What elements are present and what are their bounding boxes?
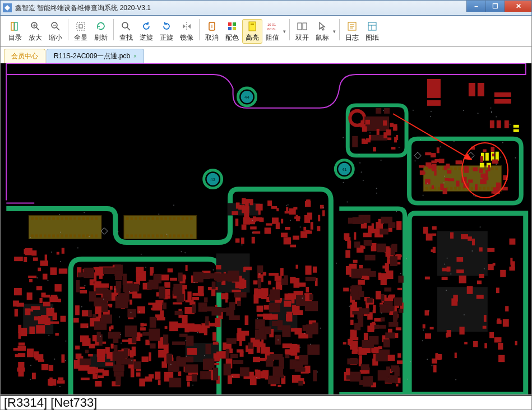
svg-rect-352	[186, 375, 192, 381]
svg-rect-593	[307, 231, 312, 234]
find-icon	[120, 20, 132, 32]
svg-rect-258	[186, 265, 188, 271]
svg-rect-290	[275, 276, 282, 281]
svg-rect-1076	[390, 256, 397, 266]
svg-point-1097	[450, 273, 451, 275]
svg-rect-861	[419, 165, 424, 168]
toolbar-label: 配色	[225, 33, 239, 43]
svg-rect-1000	[201, 306, 214, 311]
svg-rect-404	[297, 282, 306, 286]
svg-rect-555	[46, 308, 54, 317]
toolbar-mirror-button[interactable]: 镜像	[177, 19, 197, 44]
toolbar-refresh-button[interactable]: 刷新	[91, 19, 111, 44]
svg-rect-959	[234, 292, 247, 297]
toolbar-dual-button[interactable]: 双开	[292, 19, 312, 44]
toolbar-catalog-button[interactable]: 目录	[5, 19, 25, 44]
resistance-icon: 10 010C 0L	[266, 20, 279, 32]
svg-rect-985	[228, 271, 239, 282]
toolbar-highlight-button[interactable]: 高亮	[242, 19, 262, 44]
svg-point-1093	[290, 220, 291, 221]
toolbar-drawing-button[interactable]: 图纸	[362, 19, 382, 44]
toolbar-rot-ccw-button[interactable]: 逆旋	[136, 19, 156, 44]
svg-rect-800	[431, 249, 436, 252]
svg-rect-287	[198, 294, 203, 296]
svg-rect-815	[366, 120, 370, 124]
tab-member-center[interactable]: 会员中心	[4, 49, 45, 63]
svg-rect-208	[129, 300, 132, 305]
pcb-canvas[interactable]: 444341	[1, 63, 531, 394]
svg-rect-41	[39, 234, 42, 237]
close-icon[interactable]: ×	[133, 53, 137, 59]
svg-rect-602	[293, 236, 299, 240]
svg-rect-118	[459, 168, 461, 170]
svg-rect-563	[62, 248, 64, 253]
svg-point-1150	[391, 371, 392, 372]
toolbar-resistance-button[interactable]: 10 010C 0L 阻值	[262, 19, 287, 44]
toolbar-zoom-in-button[interactable]: 放大	[25, 19, 45, 44]
tab-file[interactable]: R11S-2AC009一点通.pcb×	[47, 49, 144, 63]
pcb-viewport[interactable]: 444341	[0, 63, 532, 395]
svg-rect-802	[509, 239, 515, 245]
svg-point-1148	[65, 360, 66, 361]
svg-point-1140	[139, 311, 140, 313]
svg-point-1166	[48, 280, 49, 281]
svg-point-1162	[422, 340, 423, 341]
svg-rect-600	[281, 232, 288, 237]
svg-rect-849	[447, 170, 451, 173]
svg-rect-1052	[361, 364, 369, 370]
svg-point-1116	[120, 334, 121, 335]
toolbar-zoom-out-button[interactable]: 缩小	[45, 19, 66, 44]
toolbar-cancel-button[interactable]: 取消	[202, 19, 222, 44]
svg-rect-980	[202, 374, 206, 379]
window-title: 鑫智造 智能终端设备维修查询系统 2020-V3.1	[15, 3, 151, 13]
svg-text:44: 44	[244, 95, 249, 100]
svg-rect-94	[177, 234, 180, 237]
minimize-button[interactable]: –	[466, 1, 485, 12]
toolbar-cursor-button[interactable]: 鼠标	[312, 19, 337, 44]
svg-rect-620	[267, 201, 272, 206]
svg-rect-157	[469, 83, 475, 96]
svg-rect-1027	[354, 241, 360, 248]
svg-rect-965	[184, 364, 198, 373]
svg-rect-731	[353, 260, 358, 263]
svg-point-1167	[420, 139, 421, 140]
svg-rect-466	[263, 272, 267, 276]
svg-rect-100	[190, 234, 193, 237]
svg-rect-983	[224, 364, 231, 375]
svg-rect-225	[187, 382, 190, 387]
svg-rect-329	[122, 339, 129, 342]
svg-rect-862	[432, 166, 436, 171]
svg-rect-179	[142, 356, 149, 362]
svg-point-1145	[242, 244, 243, 245]
toolbar-log-button[interactable]: 日志	[342, 19, 362, 44]
toolbar-label: 目录	[8, 33, 22, 43]
svg-rect-234	[88, 354, 93, 356]
svg-rect-81	[152, 217, 155, 220]
svg-rect-61	[82, 234, 85, 237]
svg-rect-793	[487, 248, 494, 252]
svg-rect-1014	[229, 315, 240, 320]
maximize-button[interactable]: ☐	[485, 1, 505, 12]
cancel-icon	[206, 20, 218, 32]
svg-rect-886	[172, 341, 185, 345]
svg-rect-20	[233, 27, 236, 30]
svg-rect-816	[377, 129, 380, 135]
toolbar-find-button[interactable]: 查找	[116, 19, 136, 44]
svg-point-1180	[454, 141, 455, 142]
toolbar-rot-cw-button[interactable]: 正旋	[156, 19, 177, 44]
svg-rect-553	[25, 309, 33, 311]
svg-point-1144	[349, 345, 350, 346]
svg-rect-951	[88, 310, 91, 318]
svg-rect-872	[444, 166, 447, 170]
svg-point-1128	[84, 285, 85, 286]
svg-point-1165	[310, 343, 311, 345]
svg-point-1123	[59, 386, 61, 387]
svg-rect-524	[49, 296, 58, 302]
svg-rect-981	[154, 274, 162, 283]
svg-rect-74	[135, 234, 137, 237]
svg-rect-842	[432, 185, 434, 189]
close-button[interactable]: ✕	[505, 1, 531, 12]
svg-rect-1049	[399, 309, 404, 313]
toolbar-fit-button[interactable]: 全显	[71, 19, 91, 44]
toolbar-color-button[interactable]: 配色	[222, 19, 242, 44]
